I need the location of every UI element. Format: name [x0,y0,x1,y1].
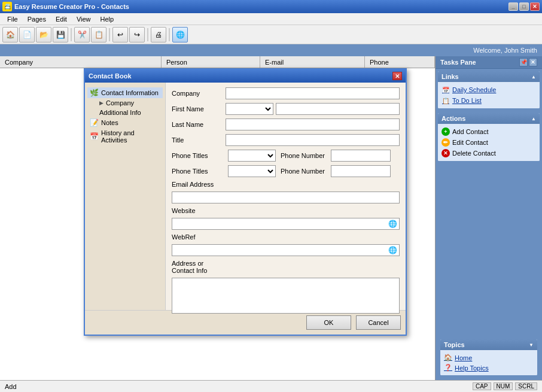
first-name-input[interactable] [276,103,400,115]
edit-contact-action[interactable]: ✏ Edit Contact [441,137,536,148]
toolbar-web[interactable]: 🌐 [172,27,188,42]
menu-view[interactable]: View [72,14,96,24]
col-company: Company [0,56,162,68]
cap-indicator: CAP [473,382,491,390]
address-container [172,278,400,315]
contact-book-dialog: Contact Book ✕ 🌿 Contact Information ▶ C… [84,68,407,336]
nav-history[interactable]: 📅 History and Activities [87,128,163,145]
toolbar-sep1 [71,28,72,41]
title-input[interactable] [226,134,400,146]
phone2-input[interactable] [331,165,391,177]
dialog-title-bar: Contact Book ✕ [85,69,406,83]
email-label: Email Address [172,181,226,188]
nav-contact-info-icon: 🌿 [90,89,99,97]
webref-browse-icon[interactable]: 🌐 [388,246,397,254]
nav-contact-info-label: Contact Information [101,89,159,96]
delete-contact-action[interactable]: ✕ Delete Contact [441,148,536,159]
status-bar: Add CAP NUM SCRL [0,380,542,392]
menu-edit[interactable]: Edit [51,14,72,24]
email-input[interactable] [172,192,400,203]
add-contact-action[interactable]: + Add Contact [441,126,536,137]
nav-notes-label: Notes [101,119,118,126]
webref-input-container: 🌐 [172,244,400,256]
phone1-type-select[interactable]: Work Home Mobile [228,150,276,162]
phone1-number-label: Phone Number [281,152,328,159]
toolbar-print[interactable]: 🖨 [151,27,166,42]
help-icon: ❓ [444,364,452,372]
dialog-close-button[interactable]: ✕ [392,72,402,80]
topics-expand-arrow[interactable]: ▼ [529,342,534,348]
pane-close-button[interactable]: ✕ [529,58,537,66]
nav-additional-label: Additional Info [99,109,141,116]
nav-contact-info[interactable]: 🌿 Contact Information [87,87,163,98]
minimize-button[interactable]: _ [508,2,518,11]
add-contact-icon: + [441,127,450,136]
tasks-pane-title: Tasks Pane [440,59,476,66]
toolbar-copy[interactable]: 📋 [91,27,106,42]
actions-section-content: + Add Contact ✏ Edit Contact ✕ Delete Co… [438,124,540,161]
menu-file[interactable]: File [2,14,23,24]
website-input[interactable] [172,218,400,230]
last-name-input[interactable] [226,118,400,130]
nav-additional-info[interactable]: Additional Info [97,108,163,117]
daily-schedule-label: Daily Schedule [452,86,496,93]
help-topics-label: Help Topics [455,364,489,372]
phone1-row: Phone Titles Work Home Mobile Phone Numb… [172,150,400,162]
edit-contact-label: Edit Contact [452,139,488,146]
links-collapse-arrow[interactable]: ▲ [531,74,536,80]
menu-pages[interactable]: Pages [23,14,51,24]
links-section: Links ▲ 📅 Daily Schedule 📋 To Do List [438,71,540,108]
actions-collapse-arrow[interactable]: ▲ [531,116,536,121]
actions-section-header: Actions ▲ [438,113,540,124]
address-label: Address or Contact Info [172,260,226,274]
help-topics-link[interactable]: ❓ Help Topics [444,363,534,373]
num-indicator: NUM [494,382,513,390]
phone2-type-select[interactable]: Work Home Mobile [228,165,276,177]
phone1-input[interactable] [331,150,391,162]
nav-company[interactable]: ▶ Company [97,98,163,108]
toolbar-cut[interactable]: ✂️ [74,27,90,42]
toolbar-new[interactable]: 📄 [19,27,35,42]
toolbar-open[interactable]: 📂 [36,27,51,42]
main-area: Company Person E-mail Phone Tasks Pane 📌… [0,56,542,380]
home-link[interactable]: 🏠 Home [444,353,534,363]
add-contact-label: Add Contact [452,128,489,135]
toolbar-undo[interactable]: ↩ [112,27,128,42]
dialog-nav: 🌿 Contact Information ▶ Company Addition… [85,83,166,310]
webref-input[interactable] [172,244,400,256]
status-text: Add [5,383,17,390]
nav-notes[interactable]: 📝 Notes [87,117,163,128]
menu-help[interactable]: Help [96,14,119,24]
links-section-content: 📅 Daily Schedule 📋 To Do List [438,82,540,108]
dialog-title: Contact Book [89,72,132,80]
pane-pin-button[interactable]: 📌 [519,58,528,66]
daily-schedule-link[interactable]: 📅 Daily Schedule [441,84,536,95]
nav-company-arrow: ▶ [99,100,103,106]
email-input-row [172,192,400,203]
cancel-button[interactable]: Cancel [356,315,401,330]
phone2-number-label: Phone Number [281,168,328,175]
website-label: Website [172,207,226,214]
first-name-prefix-select[interactable]: Mr. Ms. Dr. [226,103,273,115]
phone2-row: Phone Titles Work Home Mobile Phone Numb… [172,165,400,177]
dialog-content: Company First Name Mr. Ms. Dr. [166,83,406,310]
toolbar-sep2 [109,28,110,41]
nav-history-icon: 📅 [90,132,99,141]
toolbar-redo[interactable]: ↪ [129,27,145,42]
close-button[interactable]: ✕ [530,2,540,11]
maximize-button[interactable]: □ [519,2,529,11]
todo-list-link[interactable]: 📋 To Do List [441,95,536,106]
toolbar-home[interactable]: 🏠 [2,27,18,42]
ok-button[interactable]: OK [306,315,351,330]
address-textarea[interactable] [172,278,400,314]
last-name-label: Last Name [172,121,226,128]
footer-section-content: 🏠 Home ❓ Help Topics [440,350,537,375]
company-input[interactable] [226,87,400,99]
website-browse-icon[interactable]: 🌐 [388,220,397,228]
nav-history-label: History and Activities [101,129,160,144]
toolbar-save[interactable]: 💾 [53,27,68,42]
status-indicators: CAP NUM SCRL [473,382,537,390]
tasks-pane: Tasks Pane 📌 ✕ Links ▲ 📅 Daily Schedule … [436,56,542,380]
delete-contact-label: Delete Contact [452,150,496,157]
first-name-label: First Name [172,105,226,113]
